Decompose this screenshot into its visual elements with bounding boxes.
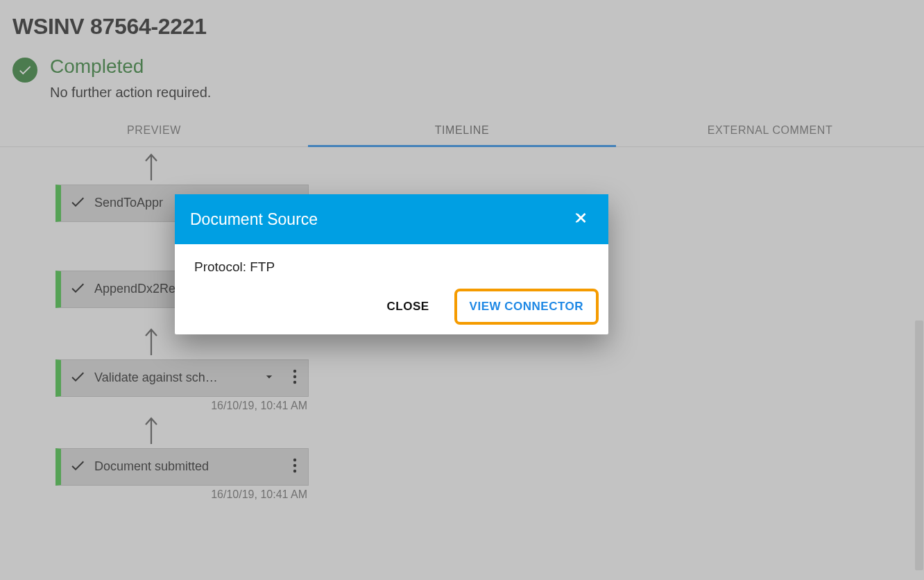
close-button[interactable]: CLOSE [377,291,439,322]
arrow-up-icon [0,153,309,182]
svg-point-8 [293,381,296,384]
scrollbar-thumb[interactable] [915,321,923,570]
more-icon[interactable] [289,454,301,480]
close-icon[interactable] [570,206,593,232]
step-label: Document submitted [94,459,280,474]
timeline-step: 16/10/19, 10:42 AM [55,147,309,148]
chevron-down-icon[interactable] [258,366,280,391]
status-row: Completed No further action required. [12,56,912,101]
modal-title: Document Source [190,210,318,229]
modal-body: Protocol: FTP [175,244,608,280]
check-icon [69,368,86,388]
status-label: Completed [50,56,211,78]
svg-point-10 [293,464,296,467]
check-icon [69,457,86,477]
status-success-icon [12,58,37,83]
svg-point-11 [293,470,296,472]
step-label: Validate against sch… [94,370,250,385]
step-timestamp: 16/10/19, 10:42 AM [55,147,309,148]
timeline-step: Document submitted 16/10/19, 10:41 AM [55,448,309,501]
timeline-card[interactable]: Document submitted [55,448,309,486]
timeline-step: Validate against sch… 16/10/19, 10:41 AM [55,359,309,412]
step-timestamp: 16/10/19, 10:41 AM [55,400,309,412]
status-subtext: No further action required. [50,85,211,101]
check-icon [69,280,86,299]
svg-point-7 [293,375,296,378]
svg-point-6 [293,370,296,373]
tab-timeline[interactable]: TIMELINE [308,114,616,146]
arrow-up-icon [0,416,309,445]
tab-external-comment[interactable]: EXTERNAL COMMENT [616,114,924,146]
check-icon [69,194,86,213]
step-timestamp: 16/10/19, 10:41 AM [55,488,309,501]
modal-document-source: Document Source Protocol: FTP CLOSE VIEW… [175,194,608,334]
tabs: PREVIEW TIMELINE EXTERNAL COMMENT [0,114,924,147]
page-title: WSINV 87564-2221 [12,14,912,40]
scrollbar[interactable] [914,168,924,580]
timeline-card[interactable]: Validate against sch… [55,359,309,397]
more-icon[interactable] [289,365,301,391]
view-connector-button[interactable]: VIEW CONNECTOR [454,289,599,325]
tab-preview[interactable]: PREVIEW [0,114,308,146]
svg-point-9 [293,459,296,461]
